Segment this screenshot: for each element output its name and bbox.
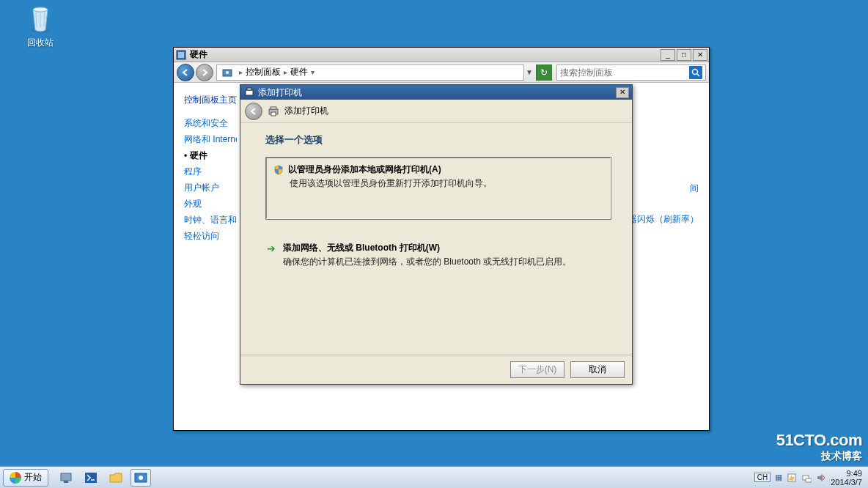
maximize-button[interactable]: □: [677, 49, 691, 61]
desktop-icon-recycle-bin[interactable]: 回收站: [21, 0, 60, 49]
sidebar-item-hardware[interactable]: 硬件: [184, 147, 237, 163]
cp-truncated-text-2[interactable]: 器闪烁（刷新率）: [628, 213, 699, 226]
cp-nav-toolbar: ▸ 控制面板 ▸ 硬件 ▾ ▼ ↻: [174, 62, 709, 83]
dialog-back-button[interactable]: [245, 103, 262, 120]
breadcrumb-root[interactable]: 控制面板: [246, 66, 281, 78]
svg-point-1: [33, 7, 48, 12]
watermark-line1: 51CTO.com: [776, 431, 862, 450]
dialog-title-text: 添加打印机: [258, 86, 302, 99]
sidebar-item-programs[interactable]: 程序: [184, 163, 237, 180]
sidebar-item-system[interactable]: 系统和安全: [184, 115, 237, 131]
tray-ime-icon[interactable]: ▦: [775, 473, 782, 482]
recycle-bin-label: 回收站: [21, 37, 60, 49]
taskbar: 开始 CH ▦ 9:49 2014/3/7: [0, 466, 868, 488]
search-icon[interactable]: [689, 66, 702, 79]
close-button[interactable]: ✕: [693, 49, 707, 61]
svg-rect-3: [178, 52, 184, 58]
tray-volume-icon[interactable]: [816, 473, 826, 483]
system-tray: CH ▦ 9:49 2014/3/7: [754, 469, 865, 487]
option1-title: 以管理员身份添加本地或网络打印机(A): [288, 163, 441, 176]
clock-time: 9:49: [831, 469, 862, 478]
option2-desc: 确保您的计算机已连接到网络，或者您的 Bluetooth 或无线打印机已启用。: [283, 256, 571, 268]
tray-network-icon[interactable]: [801, 473, 812, 483]
option1-desc: 使用该选项以管理员身份重新打开添加打印机向导。: [290, 177, 603, 190]
taskbar-control-panel[interactable]: [130, 469, 151, 487]
dialog-header-label: 添加打印机: [284, 105, 328, 117]
svg-rect-8: [246, 90, 253, 95]
tray-action-center-icon[interactable]: [787, 473, 797, 483]
svg-rect-11: [271, 107, 276, 109]
option2-title: 添加网络、无线或 Bluetooth 打印机(W): [283, 242, 571, 254]
svg-rect-14: [64, 481, 68, 483]
svg-point-5: [226, 71, 229, 74]
cp-sidebar: 控制面板主页 系统和安全 网络和 Internet 硬件 程序 用户帐户 外观 …: [174, 83, 241, 430]
back-button[interactable]: [177, 64, 194, 81]
cp-titlebar[interactable]: 硬件 _ □ ✕: [174, 48, 709, 62]
language-indicator[interactable]: CH: [754, 473, 770, 482]
breadcrumb-current[interactable]: 硬件: [290, 66, 308, 78]
dialog-close-button[interactable]: ✕: [616, 87, 629, 98]
minimize-button[interactable]: _: [661, 49, 675, 61]
forward-button[interactable]: [196, 64, 213, 81]
cp-app-icon: [175, 49, 187, 61]
taskbar-powershell[interactable]: [81, 469, 101, 487]
cp-truncated-text-1[interactable]: 间: [690, 182, 699, 195]
next-button[interactable]: 下一步(N): [510, 361, 564, 378]
sidebar-item-ease[interactable]: 轻松访问: [184, 228, 237, 244]
cp-title-text: 硬件: [190, 48, 207, 61]
start-label: 开始: [24, 471, 42, 484]
option-network-wireless[interactable]: ➔ 添加网络、无线或 Bluetooth 打印机(W) 确保您的计算机已连接到网…: [265, 242, 611, 268]
taskbar-clock[interactable]: 9:49 2014/3/7: [831, 469, 865, 487]
sidebar-home[interactable]: 控制面板主页: [184, 92, 237, 108]
taskbar-server-manager[interactable]: [56, 469, 76, 487]
watermark-line2: 技术博客: [776, 450, 862, 463]
sidebar-item-users[interactable]: 用户帐户: [184, 180, 237, 196]
dialog-header-row: 添加打印机: [240, 100, 632, 123]
cancel-button[interactable]: 取消: [570, 361, 625, 378]
svg-rect-9: [247, 88, 251, 90]
add-printer-dialog: 添加打印机 ✕ 添加打印机 选择一个选项 以管理员身份添加本地或网络打印机(A)…: [240, 84, 633, 385]
taskbar-explorer[interactable]: [106, 469, 126, 487]
search-box[interactable]: [556, 64, 706, 81]
dialog-footer: 下一步(N) 取消: [240, 355, 632, 384]
dialog-titlebar[interactable]: 添加打印机 ✕: [240, 85, 632, 100]
svg-point-6: [693, 69, 698, 74]
arrow-right-icon: ➔: [267, 243, 277, 268]
printer-icon: [267, 105, 280, 118]
address-breadcrumb[interactable]: ▸ 控制面板 ▸ 硬件 ▾: [216, 64, 524, 81]
windows-logo-icon: [10, 472, 21, 484]
svg-rect-13: [61, 473, 71, 481]
dialog-body: 选择一个选项 以管理员身份添加本地或网络打印机(A) 使用该选项以管理员身份重新…: [240, 123, 632, 355]
watermark: 51CTO.com 技术博客: [776, 431, 862, 463]
cp-breadcrumb-icon: [221, 67, 233, 78]
svg-rect-20: [806, 478, 812, 482]
search-input[interactable]: [560, 67, 689, 78]
sidebar-item-appearance[interactable]: 外观: [184, 196, 237, 212]
breadcrumb-dropdown-icon[interactable]: ▼: [526, 68, 533, 76]
shield-icon: [273, 165, 284, 175]
option-admin-local[interactable]: 以管理员身份添加本地或网络打印机(A) 使用该选项以管理员身份重新打开添加打印机…: [265, 157, 611, 220]
recycle-bin-icon: [26, 0, 55, 35]
sidebar-item-clock[interactable]: 时钟、语言和: [184, 212, 237, 228]
svg-line-7: [697, 74, 699, 76]
start-button[interactable]: 开始: [3, 469, 48, 487]
svg-point-17: [139, 476, 143, 480]
clock-date: 2014/3/7: [831, 478, 862, 487]
refresh-button[interactable]: ↻: [536, 64, 552, 81]
svg-rect-12: [271, 112, 276, 116]
dialog-app-icon: [243, 86, 255, 98]
dialog-heading: 选择一个选项: [265, 133, 611, 147]
sidebar-item-network[interactable]: 网络和 Internet: [184, 131, 237, 147]
